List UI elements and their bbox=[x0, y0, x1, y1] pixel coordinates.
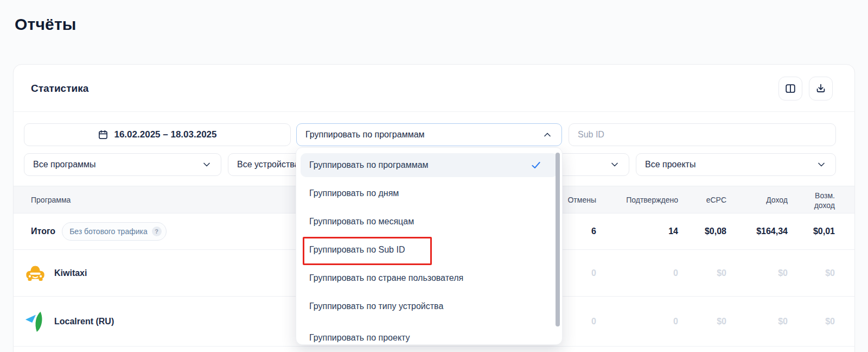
dropdown-scrollbar[interactable] bbox=[556, 153, 560, 326]
dropdown-item-label: Группировать по Sub ID bbox=[309, 245, 405, 255]
dropdown-item-group-by-country[interactable]: Группировать по стране пользователя bbox=[301, 266, 558, 290]
card-title: Статистика bbox=[31, 83, 88, 95]
help-icon[interactable]: ? bbox=[152, 227, 162, 236]
projects-select-value: Все проекты bbox=[645, 160, 695, 169]
download-icon bbox=[815, 83, 827, 95]
date-range-value: 16.02.2025 – 18.03.2025 bbox=[114, 129, 216, 140]
programs-select[interactable]: Все программы bbox=[24, 153, 221, 176]
download-button[interactable] bbox=[809, 77, 833, 100]
sub-id-field bbox=[569, 123, 836, 146]
dropdown-item-label: Группировать по стране пользователя bbox=[309, 273, 463, 283]
columns-icon bbox=[784, 83, 796, 95]
dropdown-item-group-by-project[interactable]: Группировать по проекту bbox=[301, 326, 558, 345]
program-name[interactable]: Localrent (RU) bbox=[54, 317, 114, 326]
cell-ecpc: $0 bbox=[656, 268, 726, 278]
dropdown-item-label: Группировать по типу устройства bbox=[309, 301, 443, 311]
col-program: Программа bbox=[31, 196, 71, 204]
card-toolbar bbox=[778, 77, 833, 100]
dropdown-item-group-by-days[interactable]: Группировать по дням bbox=[301, 181, 558, 205]
bot-traffic-badge: Без ботового трафика ? bbox=[62, 222, 167, 241]
col-income: Доход bbox=[712, 196, 788, 204]
cell-possible-income: $0 bbox=[764, 317, 835, 326]
col-possible-income: Возм. доход bbox=[797, 191, 835, 210]
dropdown-item-group-by-subid[interactable]: Группировать по Sub ID bbox=[301, 238, 558, 262]
dropdown-item-group-by-months[interactable]: Группировать по месяцам bbox=[301, 210, 558, 234]
date-range-picker[interactable]: 16.02.2025 – 18.03.2025 bbox=[24, 123, 291, 146]
chevron-down-icon bbox=[816, 159, 827, 170]
dropdown-item-group-by-programs[interactable]: Группировать по программам bbox=[301, 153, 558, 177]
cell-possible-income: $0 bbox=[764, 268, 835, 278]
programs-select-value: Все программы bbox=[33, 160, 96, 169]
columns-button[interactable] bbox=[778, 77, 802, 100]
page-title: Отчёты bbox=[15, 15, 76, 34]
total-label: Итого bbox=[31, 227, 55, 236]
localrent-icon bbox=[24, 310, 47, 334]
dropdown-item-label: Группировать по дням bbox=[309, 188, 399, 198]
chevron-down-icon bbox=[201, 159, 212, 170]
group-by-dropdown: Группировать по программам Группировать … bbox=[296, 147, 563, 345]
card-header: Статистика bbox=[14, 65, 854, 112]
sub-id-input[interactable] bbox=[569, 124, 835, 146]
total-ecpc: $0,08 bbox=[656, 227, 726, 236]
chevron-down-icon bbox=[609, 159, 620, 170]
projects-select[interactable]: Все проекты bbox=[636, 153, 836, 176]
check-icon bbox=[531, 160, 541, 171]
chevron-up-icon bbox=[542, 129, 553, 140]
group-by-value: Группировать по программам bbox=[305, 130, 425, 140]
total-possible-income: $0,01 bbox=[764, 227, 835, 236]
calendar-icon bbox=[98, 129, 108, 140]
dropdown-item-label: Группировать по месяцам bbox=[309, 217, 414, 227]
bot-traffic-badge-label: Без ботового трафика bbox=[69, 227, 148, 236]
devices-select-value: Все устройства bbox=[237, 160, 299, 169]
dropdown-item-group-by-device[interactable]: Группировать по типу устройства bbox=[301, 294, 558, 318]
dropdown-item-label: Группировать по программам bbox=[309, 160, 429, 170]
taxi-icon bbox=[24, 262, 47, 284]
group-by-select[interactable]: Группировать по программам bbox=[296, 123, 562, 146]
program-name[interactable]: Kiwitaxi bbox=[54, 268, 87, 278]
cell-ecpc: $0 bbox=[656, 317, 726, 326]
dropdown-item-label: Группировать по проекту bbox=[309, 333, 410, 343]
